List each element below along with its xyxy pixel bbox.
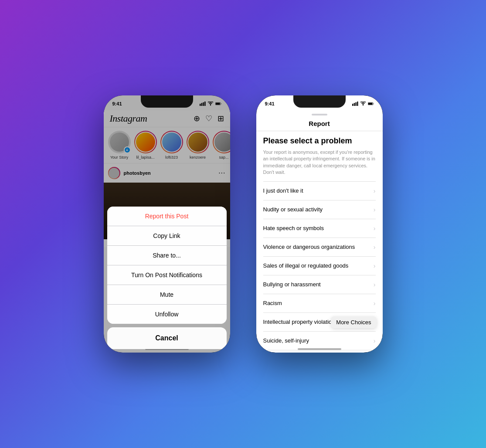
option-text-2: Hate speech or symbols [263,225,324,231]
sheet-handle [256,110,383,115]
more-choices-badge[interactable]: More Choices [331,316,376,328]
handle-bar [312,114,327,115]
svg-rect-11 [368,103,372,105]
option-text-5: Bullying or harassment [263,281,321,288]
action-sheet-main: Report this Post Copy Link Share to... T… [107,207,227,324]
svg-rect-8 [355,102,356,106]
status-time-right: 9:41 [265,101,275,106]
svg-rect-9 [357,102,358,106]
chevron-5: › [374,281,376,288]
battery-icon-r [368,102,374,106]
wifi-icon-r [360,102,366,106]
home-indicator-right [298,348,341,350]
report-heading: Please select a problem [263,136,376,146]
option-text-3: Violence or dangerous organizations [263,244,355,250]
notch-right [293,95,346,108]
copy-link-action[interactable]: Copy Link [107,226,227,246]
option-4[interactable]: Sales of illegal or regulated goods › [263,257,376,275]
chevron-1: › [374,206,376,213]
option-3[interactable]: Violence or dangerous organizations › [263,238,376,257]
option-5[interactable]: Bullying or harassment › [263,275,376,294]
action-sheet: Report this Post Copy Link Share to... T… [104,207,230,353]
report-post-action[interactable]: Report this Post [107,207,227,226]
chevron-0: › [374,187,376,194]
unfollow-action[interactable]: Unfollow [107,305,227,324]
chevron-2: › [374,225,376,232]
option-1[interactable]: Nudity or sexual activity › [263,200,376,219]
option-6[interactable]: Racism › [263,294,376,313]
svg-rect-7 [353,103,354,106]
option-2[interactable]: Hate speech or symbols › [263,219,376,238]
option-text-1: Nudity or sexual activity [263,206,323,213]
report-title: Report [256,115,383,131]
option-text-0: I just don't like it [263,187,303,194]
chevron-8: › [374,337,376,344]
chevron-3: › [374,244,376,251]
right-phone: 9:41 Report Please select a problem Your… [256,95,383,353]
option-8[interactable]: Suicide, self-injury › [263,332,376,350]
svg-rect-6 [352,104,353,106]
signal-icon-r [352,102,358,106]
option-text-6: Racism [263,300,282,306]
left-screen: 9:41 Instagram ⊕ ♡ ⊞ + Your S [104,95,230,353]
right-screen: 9:41 Report Please select a problem Your… [256,95,383,353]
option-0[interactable]: I just don't like it › [263,182,376,200]
option-text-7: Intellectual property violation [263,319,335,325]
report-description: Your report is anonymous, except if you'… [263,149,376,176]
notifications-action[interactable]: Turn On Post Notifications [107,265,227,285]
chevron-4: › [374,262,376,269]
option-text-8: Suicide, self-injury [263,337,309,344]
option-9[interactable]: Eating disorders › [263,350,376,353]
chevron-6: › [374,300,376,307]
status-icons-right [352,102,374,106]
share-to-action[interactable]: Share to... [107,246,227,265]
mute-action[interactable]: Mute [107,285,227,305]
cancel-button[interactable]: Cancel [107,327,227,349]
option-text-4: Sales of illegal or regulated goods [263,262,349,269]
left-phone: 9:41 Instagram ⊕ ♡ ⊞ + Your S [104,95,230,353]
